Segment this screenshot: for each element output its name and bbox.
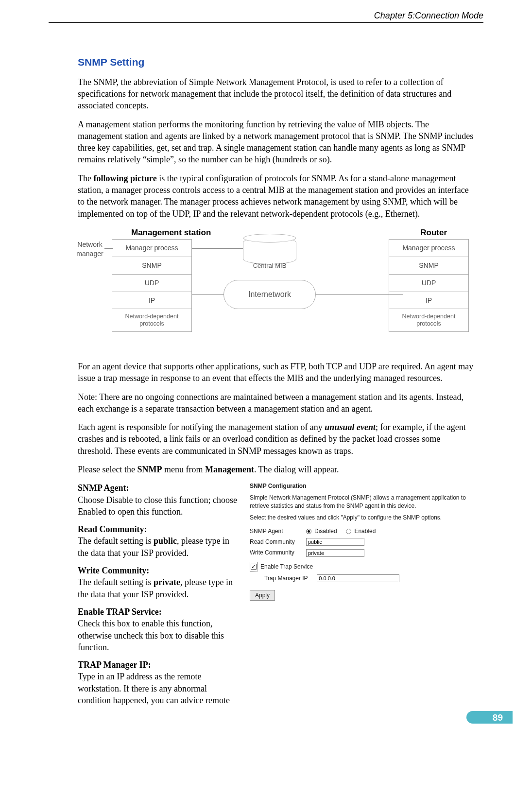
paragraph: A management station performs the monito… bbox=[78, 119, 474, 166]
connector-line bbox=[192, 294, 223, 295]
definition-body: Choose Disable to close this function; c… bbox=[78, 495, 237, 517]
stack-cell: IP bbox=[112, 292, 191, 310]
snmp-agent-row: SNMP Agent Disabled Enabled bbox=[250, 527, 474, 535]
write-community-input[interactable] bbox=[306, 549, 364, 557]
diagram-label-router: Router bbox=[420, 227, 447, 239]
write-community-row: Write Community bbox=[250, 549, 474, 556]
read-community-row: Read Community bbox=[250, 538, 474, 546]
stack-cell: SNMP bbox=[112, 257, 191, 275]
stack-cell: Netword-dependent protocols bbox=[389, 309, 468, 331]
stack-cell: Netword-dependent protocols bbox=[112, 309, 191, 331]
paragraph: The following picture is the typical con… bbox=[78, 173, 474, 220]
radio-enabled[interactable] bbox=[346, 529, 351, 534]
paragraph: Please select the SNMP menu from Managem… bbox=[78, 464, 474, 475]
enable-trap-label: Enable Trap Service bbox=[260, 563, 313, 571]
radio-enabled-label: Enabled bbox=[354, 527, 376, 535]
snmp-architecture-diagram: Management station Router Network manage… bbox=[78, 226, 474, 353]
internetwork-cloud: Internetwork bbox=[223, 280, 316, 309]
protocol-stack-left: Manager process SNMP UDP IP Netword-depe… bbox=[112, 239, 192, 332]
text: The default setting is bbox=[78, 577, 154, 587]
text: menu from bbox=[162, 465, 205, 474]
definition-body: Check this box to enable this function, … bbox=[78, 619, 224, 652]
text-bold: SNMP bbox=[137, 465, 162, 474]
text: Each agent is responsible for notifying … bbox=[78, 422, 325, 432]
chapter-header: Chapter 5:Connection Mode bbox=[49, 10, 483, 21]
definition-item: Write Community: The default setting is … bbox=[78, 565, 238, 600]
definition-title: Read Community: bbox=[78, 524, 147, 534]
apply-button[interactable]: Apply bbox=[250, 590, 275, 601]
definition-title: Enable TRAP Service: bbox=[78, 607, 162, 617]
text-bold: Management bbox=[205, 465, 254, 474]
paragraph: For an agent device that supports other … bbox=[78, 361, 474, 384]
radio-disabled[interactable] bbox=[306, 529, 311, 534]
snmp-config-screenshot: SNMP Configuration Simple Network Manage… bbox=[250, 482, 474, 712]
definition-item: Read Community: The default setting is p… bbox=[78, 523, 238, 559]
paragraph: Note: There are no ongoing connections a… bbox=[78, 391, 474, 415]
snmp-conf-desc: Simple Network Management Protocol (SNMP… bbox=[250, 494, 474, 509]
trap-manager-ip-row: Trap Manager IP bbox=[250, 574, 474, 582]
protocol-stack-right: Manager process SNMP UDP IP Netword-depe… bbox=[389, 239, 469, 332]
definition-title: TRAP Manager IP: bbox=[78, 660, 151, 670]
text-bold: private bbox=[154, 577, 180, 587]
stack-cell: Manager process bbox=[389, 240, 468, 257]
text-bold-italic: unusual event bbox=[325, 422, 376, 432]
paragraph: Each agent is responsible for notifying … bbox=[78, 421, 474, 457]
header-rule-thin bbox=[49, 26, 483, 26]
trap-manager-ip-input[interactable] bbox=[317, 574, 399, 582]
radio-disabled-label: Disabled bbox=[314, 527, 337, 535]
text: . The dialog will appear. bbox=[254, 465, 339, 474]
page-number: 89 bbox=[493, 711, 503, 724]
read-community-input[interactable] bbox=[306, 538, 364, 546]
section-title: SNMP Setting bbox=[78, 55, 474, 69]
definitions-column: SNMP Agent: Choose Disable to close this… bbox=[78, 482, 238, 712]
snmp-conf-instr: Select the desired values and click "App… bbox=[250, 514, 474, 521]
text: Please select the bbox=[78, 465, 137, 474]
snmp-conf-heading: SNMP Configuration bbox=[250, 482, 474, 490]
definition-item: Enable TRAP Service: Check this box to e… bbox=[78, 606, 238, 653]
enable-trap-checkbox[interactable] bbox=[251, 564, 257, 570]
definition-item: TRAP Manager IP: Type in an IP address a… bbox=[78, 659, 238, 706]
text-bold: following picture bbox=[93, 173, 156, 183]
stack-cell: UDP bbox=[112, 275, 191, 292]
read-community-label: Read Community bbox=[250, 538, 303, 546]
stack-cell: Manager process bbox=[112, 240, 191, 257]
header-rule-thick bbox=[49, 22, 483, 23]
paragraph: The SNMP, the abbreviation of Simple Net… bbox=[78, 76, 474, 112]
central-mib-icon bbox=[243, 237, 296, 264]
stack-cell: UDP bbox=[389, 275, 468, 292]
diagram-label-network-manager: Network manager bbox=[73, 240, 107, 259]
definition-title: SNMP Agent: bbox=[78, 483, 129, 493]
stack-cell: SNMP bbox=[389, 257, 468, 275]
diagram-label-management-station: Management station bbox=[131, 227, 211, 239]
trap-service-row: Enable Trap Service bbox=[250, 562, 474, 571]
snmp-agent-label: SNMP Agent bbox=[250, 527, 303, 535]
definition-title: Write Community: bbox=[78, 566, 149, 575]
connector-line bbox=[192, 248, 243, 249]
text: The default setting is bbox=[78, 536, 154, 546]
page-number-badge: 89 bbox=[466, 711, 513, 726]
text-bold: public bbox=[154, 536, 177, 546]
write-community-label: Write Community bbox=[250, 549, 303, 556]
connector-line bbox=[316, 294, 403, 295]
central-mib-label: Central MIB bbox=[253, 261, 287, 270]
definition-body: Type in an IP address as the remote work… bbox=[78, 672, 230, 705]
text: The bbox=[78, 173, 93, 183]
definition-item: SNMP Agent: Choose Disable to close this… bbox=[78, 482, 238, 518]
connector-line bbox=[104, 248, 113, 249]
trap-manager-ip-label: Trap Manager IP bbox=[264, 574, 308, 582]
